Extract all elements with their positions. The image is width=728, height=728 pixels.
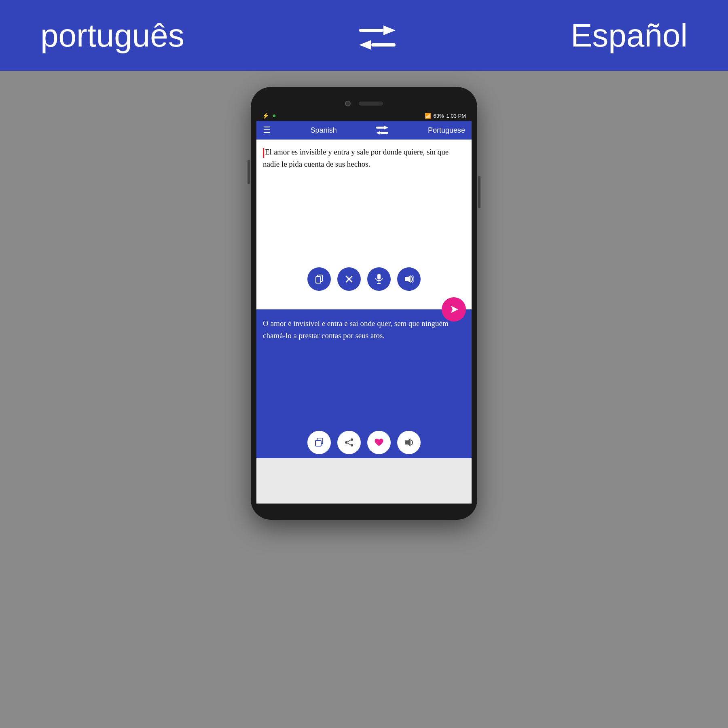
app-header: ☰ Spanish Portuguese bbox=[256, 121, 472, 140]
header-target-lang[interactable]: Portuguese bbox=[428, 126, 465, 135]
svg-marker-16 bbox=[451, 306, 458, 313]
share-button[interactable] bbox=[337, 431, 361, 454]
battery-percent: 63% bbox=[434, 113, 444, 119]
top-banner: português Español bbox=[0, 0, 728, 71]
header-swap-button[interactable] bbox=[376, 126, 388, 135]
usb-icon: ⚡ bbox=[262, 112, 269, 119]
input-area[interactable]: El amor es invisible y entra y sale por … bbox=[256, 140, 472, 261]
phone-device: ⚡ ● 📶 63% 1:03 PM ☰ Spanish Portugue bbox=[251, 87, 477, 520]
svg-marker-24 bbox=[405, 438, 411, 447]
translation-text: O amor é invisível e entra e sai onde qu… bbox=[263, 317, 465, 342]
svg-marker-3 bbox=[359, 40, 371, 50]
clear-button[interactable] bbox=[337, 267, 361, 291]
input-action-row bbox=[256, 261, 472, 297]
banner-swap-icon[interactable] bbox=[359, 17, 396, 54]
hamburger-menu[interactable]: ☰ bbox=[263, 125, 271, 135]
svg-rect-2 bbox=[371, 43, 396, 47]
volume-button bbox=[248, 160, 250, 184]
input-text[interactable]: El amor es invisible y entra y sale por … bbox=[263, 146, 465, 171]
svg-line-23 bbox=[347, 443, 351, 445]
speak-button[interactable] bbox=[397, 267, 421, 291]
speak-translation-button[interactable] bbox=[397, 431, 421, 454]
svg-point-21 bbox=[351, 444, 353, 447]
send-translate-button[interactable] bbox=[442, 297, 466, 322]
banner-target-lang: Español bbox=[571, 17, 688, 54]
app-screen: El amor es invisible y entra y sale por … bbox=[256, 140, 472, 504]
copy-translation-button[interactable] bbox=[307, 431, 331, 454]
text-cursor bbox=[263, 148, 264, 158]
svg-rect-12 bbox=[377, 274, 381, 279]
time-display: 1:03 PM bbox=[447, 113, 466, 119]
svg-rect-9 bbox=[316, 277, 321, 283]
svg-marker-15 bbox=[405, 275, 411, 283]
phone-speaker bbox=[359, 102, 383, 106]
wifi-icon: 📶 bbox=[425, 113, 431, 119]
output-action-row bbox=[256, 423, 472, 458]
svg-rect-4 bbox=[376, 127, 384, 129]
mic-button[interactable] bbox=[367, 267, 391, 291]
translation-area: O amor é invisível e entra e sai onde qu… bbox=[256, 309, 472, 423]
banner-source-lang: português bbox=[40, 17, 184, 54]
power-button bbox=[478, 176, 480, 208]
transition-zone bbox=[256, 297, 472, 309]
favorite-button[interactable] bbox=[367, 431, 391, 454]
svg-point-19 bbox=[351, 438, 353, 441]
svg-point-20 bbox=[345, 441, 347, 444]
status-left: ⚡ ● bbox=[262, 112, 276, 119]
phone-wrapper: ⚡ ● 📶 63% 1:03 PM ☰ Spanish Portugue bbox=[251, 87, 477, 728]
phone-top bbox=[256, 95, 472, 110]
status-right: 📶 63% 1:03 PM bbox=[425, 113, 466, 119]
svg-rect-18 bbox=[315, 440, 321, 446]
svg-marker-1 bbox=[383, 25, 396, 35]
status-bar: ⚡ ● 📶 63% 1:03 PM bbox=[256, 110, 472, 121]
header-source-lang[interactable]: Spanish bbox=[311, 126, 337, 135]
svg-marker-7 bbox=[376, 131, 380, 135]
svg-marker-5 bbox=[384, 126, 388, 129]
circle-icon: ● bbox=[272, 112, 276, 119]
svg-line-22 bbox=[347, 440, 351, 442]
svg-rect-6 bbox=[380, 132, 388, 134]
clipboard-button[interactable] bbox=[307, 267, 331, 291]
front-camera bbox=[345, 101, 351, 106]
svg-rect-0 bbox=[359, 29, 383, 32]
